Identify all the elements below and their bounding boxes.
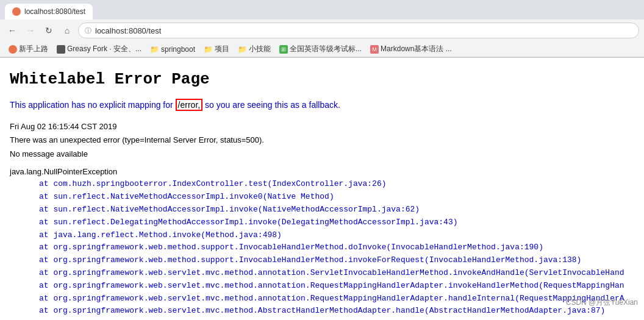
tab-favicon [12,7,21,16]
exception-class: java.lang.NullPointerException [10,166,634,179]
stack-frame-4: at java.lang.reflect.Method.invoke(Metho… [10,229,634,242]
greasy-icon [57,45,65,54]
bookmarks-bar: 新手上路 Greasy Fork · 安全、... 📁 springboot 📁… [0,41,644,57]
stack-frame-5: at org.springframework.web.method.suppor… [10,241,634,254]
bookmark-springboot[interactable]: 📁 springboot [146,44,199,55]
bookmark-label: 项目 [215,44,229,54]
desc-after: so you are seeing this as a fallback. [202,100,340,110]
reload-button[interactable]: ↻ [41,23,56,38]
bookmark-label: 新手上路 [19,44,48,54]
home-button[interactable]: ⌂ [60,23,74,38]
error-highlight: /error, [176,99,203,111]
timestamp: Fri Aug 02 16:15:44 CST 2019 [10,120,634,133]
bookmark-xinshoulü[interactable]: 新手上路 [5,43,52,55]
watermark: CSDN @月弦YueXian [566,297,638,308]
page-content: Whitelabel Error Page This application h… [0,58,644,320]
firefox-icon [9,45,17,54]
browser-chrome: localhost:8080/test ← → ↻ ⌂ ⓘ localhost:… [0,0,644,58]
forward-button[interactable]: → [23,23,38,38]
stack-frame-2: at sun.reflect.NativeMethodAccessorImpl.… [10,204,634,216]
bookmark-label: Markdown基本语法 ... [381,44,452,54]
error-details: Fri Aug 02 16:15:44 CST 2019 There was a… [10,120,634,160]
folder-icon: 📁 [150,45,159,54]
folder-icon: 📁 [204,45,213,54]
desc-before: This application has no explicit mapping… [10,100,176,110]
bookmark-xiaojineng[interactable]: 📁 小技能 [234,43,274,55]
bookmark-greasy[interactable]: Greasy Fork · 安全、... [53,43,145,55]
lock-icon: ⓘ [85,26,91,35]
stack-frame-10: at org.springframework.web.servlet.mvc.m… [10,305,634,318]
apps-icon: ⊞ [279,45,288,54]
bookmark-markdown[interactable]: M Markdown基本语法 ... [367,43,456,55]
stack-frame-1: at sun.reflect.NativeMethodAccessorImpl.… [10,191,634,204]
stack-frame-8: at org.springframework.web.servlet.mvc.m… [10,280,634,293]
stack-frame-3: at sun.reflect.DelegatingMethodAccessorI… [10,216,634,229]
watermark-text: CSDN @月弦YueXian [566,298,638,307]
doc-icon: M [370,45,379,54]
tab-bar: localhost:8080/test [0,0,644,20]
page-title: Whitelabel Error Page [10,70,634,88]
address-text: localhost:8080/test [95,26,161,35]
bookmark-label: springboot [161,45,195,54]
bookmark-xiangmu[interactable]: 📁 项目 [200,43,233,55]
error-line1: There was an unexpected error (type=Inte… [10,133,634,147]
stack-trace: java.lang.NullPointerException at com.hu… [10,166,634,320]
nav-bar: ← → ↻ ⌂ ⓘ localhost:8080/test [0,20,644,41]
address-bar[interactable]: ⓘ localhost:8080/test [78,23,639,38]
bookmark-label: 全国英语等级考试标... [290,44,362,54]
bookmark-label: 小技能 [249,44,271,54]
bookmark-label: Greasy Fork · 安全、... [67,44,141,54]
error-description: This application has no explicit mapping… [10,98,634,112]
stack-frame-6: at org.springframework.web.method.suppor… [10,254,634,267]
folder-icon: 📁 [238,45,247,54]
stack-frame-9: at org.springframework.web.servlet.mvc.m… [10,293,634,305]
back-button[interactable]: ← [5,23,20,38]
error-line2: No message available [10,148,634,161]
tab-title: localhost:8080/test [24,7,85,16]
browser-tab[interactable]: localhost:8080/test [5,4,93,20]
bookmark-english[interactable]: ⊞ 全国英语等级考试标... [276,43,365,55]
stack-frame-11: at org.springframework.web.servlet.Dispa… [10,318,634,320]
stack-frame-0: at com.huzh.springbooterror.IndexControl… [10,178,634,191]
stack-frame-7: at org.springframework.web.servlet.mvc.m… [10,267,634,280]
